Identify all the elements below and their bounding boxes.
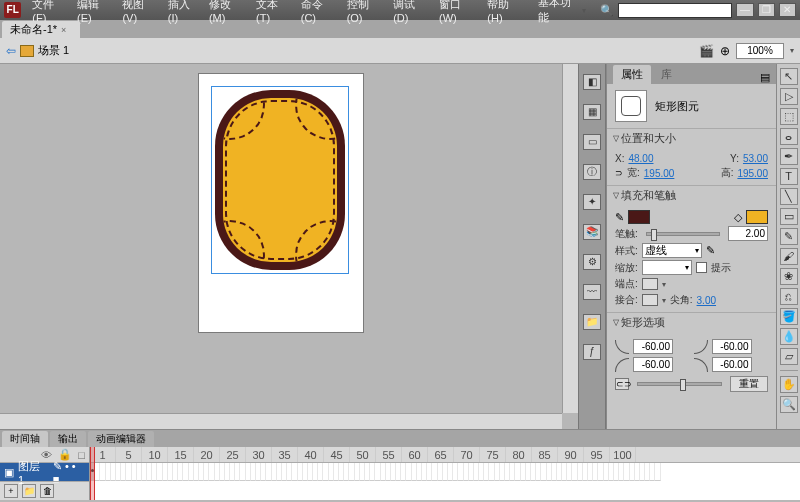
join-combo[interactable]	[642, 294, 658, 306]
menu-window[interactable]: 窗口(W)	[434, 0, 482, 24]
miter-value[interactable]: 3.00	[697, 295, 716, 306]
lasso-tool[interactable]: ⴰ	[780, 128, 798, 145]
dock-motion-icon[interactable]: 〰	[583, 284, 601, 300]
edit-scene-icon[interactable]: 🎬	[699, 44, 714, 58]
search-input[interactable]	[618, 3, 732, 18]
dock-library-icon[interactable]: 📚	[583, 224, 601, 240]
hand-tool[interactable]: ✋	[780, 376, 798, 393]
stroke-weight-label: 笔触:	[615, 227, 638, 241]
pen-tool[interactable]: ✒	[780, 148, 798, 165]
style-combo[interactable]: 虚线▾	[642, 243, 702, 258]
menu-view[interactable]: 视图(V)	[117, 0, 162, 24]
free-transform-tool[interactable]: ⬚	[780, 108, 798, 125]
tab-library[interactable]: 库	[653, 65, 680, 84]
frame-ruler[interactable]: 1510152025303540455055606570758085909510…	[90, 447, 800, 463]
restore-button[interactable]: ❐	[758, 3, 775, 17]
back-arrow-icon[interactable]: ⇦	[6, 44, 16, 58]
width-value[interactable]: 195.00	[644, 168, 675, 179]
corner-slider[interactable]	[637, 382, 722, 386]
menu-debug[interactable]: 调试(D)	[388, 0, 434, 24]
menu-insert[interactable]: 插入(I)	[163, 0, 204, 24]
dock-color-icon[interactable]: ◧	[583, 74, 601, 90]
dock-project-icon[interactable]: 📁	[583, 314, 601, 330]
dock-info-icon[interactable]: ⓘ	[583, 164, 601, 180]
reset-button[interactable]: 重置	[730, 376, 768, 392]
new-layer-button[interactable]: +	[4, 484, 18, 498]
selection-tool[interactable]: ↖	[780, 68, 798, 85]
section-fill-stroke[interactable]: ▽填充和笔触	[607, 186, 776, 205]
playhead[interactable]	[90, 447, 95, 500]
menu-text[interactable]: 文本(T)	[251, 0, 296, 24]
deco-tool[interactable]: ❀	[780, 268, 798, 285]
line-tool[interactable]: ╲	[780, 188, 798, 205]
workspace-selector[interactable]: 基本功能▾	[528, 0, 596, 25]
paint-bucket-tool[interactable]: 🪣	[780, 308, 798, 325]
corner-tl-value[interactable]: -60.00	[633, 339, 673, 354]
tab-properties[interactable]: 属性	[613, 65, 651, 84]
pencil-tool[interactable]: ✎	[780, 228, 798, 245]
menu-file[interactable]: 文件(F)	[27, 0, 72, 24]
menu-edit[interactable]: 编辑(E)	[72, 0, 117, 24]
dock-components-icon[interactable]: ⚙	[583, 254, 601, 270]
stage[interactable]	[199, 74, 363, 332]
corner-bl-value[interactable]: -60.00	[633, 357, 673, 372]
tab-output[interactable]: 输出	[50, 431, 86, 447]
eyedropper-tool[interactable]: 💧	[780, 328, 798, 345]
x-value[interactable]: 48.00	[628, 153, 653, 164]
dock-transform-icon[interactable]: ✦	[583, 194, 601, 210]
symbol-icon[interactable]: ⊕	[720, 44, 730, 58]
menu-control[interactable]: 控制(O)	[342, 0, 389, 24]
drawn-shape[interactable]	[215, 90, 345, 270]
menu-help[interactable]: 帮助(H)	[482, 0, 528, 24]
cap-label: 端点:	[615, 277, 638, 291]
tool-separator	[780, 370, 798, 371]
dock-actions-icon[interactable]: ƒ	[583, 344, 601, 360]
tools-panel: ↖ ▷ ⬚ ⴰ ✒ T ╲ ▭ ✎ 🖌 ❀ ⎌ 🪣 💧 ▱ ✋ 🔍	[776, 64, 800, 429]
vertical-scrollbar[interactable]	[562, 64, 578, 413]
brush-tool[interactable]: 🖌	[780, 248, 798, 265]
section-position[interactable]: ▽位置和大小	[607, 129, 776, 148]
canvas-area[interactable]	[0, 64, 562, 413]
dock-align-icon[interactable]: ▭	[583, 134, 601, 150]
y-value[interactable]: 53.00	[743, 153, 768, 164]
stroke-color-swatch[interactable]	[628, 210, 650, 224]
bone-tool[interactable]: ⎌	[780, 288, 798, 305]
rectangle-tool[interactable]: ▭	[780, 208, 798, 225]
section-rect-options[interactable]: ▽矩形选项	[607, 313, 776, 332]
minimize-button[interactable]: —	[736, 3, 753, 17]
panel-menu-icon[interactable]: ▤	[754, 71, 776, 84]
scale-combo[interactable]: ▾	[642, 260, 692, 275]
tab-timeline[interactable]: 时间轴	[2, 431, 48, 447]
frames-column[interactable]: 1510152025303540455055606570758085909510…	[90, 447, 800, 500]
horizontal-scrollbar[interactable]	[0, 413, 562, 429]
subselection-tool[interactable]: ▷	[780, 88, 798, 105]
zoom-tool[interactable]: 🔍	[780, 396, 798, 413]
eraser-tool[interactable]: ▱	[780, 348, 798, 365]
menu-commands[interactable]: 命令(C)	[296, 0, 342, 24]
height-value[interactable]: 195.00	[737, 168, 768, 179]
cap-combo[interactable]	[642, 278, 658, 290]
document-tab[interactable]: 未命名-1*×	[2, 21, 80, 38]
stroke-weight-slider[interactable]	[646, 232, 720, 236]
layer-row[interactable]: ▣ 图层 1 ✎ • • ■	[0, 463, 89, 481]
menu-modify[interactable]: 修改(M)	[204, 0, 251, 24]
fill-color-swatch[interactable]	[746, 210, 768, 224]
dock-swatches-icon[interactable]: ▦	[583, 104, 601, 120]
stage-wrap	[0, 64, 578, 429]
lock-aspect-icon[interactable]: ⊃	[615, 168, 623, 178]
text-tool[interactable]: T	[780, 168, 798, 185]
close-button[interactable]: ✕	[779, 3, 796, 17]
stroke-weight-value[interactable]: 2.00	[728, 226, 768, 241]
close-tab-icon[interactable]: ×	[61, 25, 66, 35]
tab-motion-editor[interactable]: 动画编辑器	[88, 431, 154, 447]
link-corners-icon[interactable]: ⊂⊃	[615, 378, 629, 390]
edit-style-icon[interactable]: ✎	[706, 244, 715, 257]
delete-layer-button[interactable]: 🗑	[40, 484, 54, 498]
hinting-checkbox[interactable]	[696, 262, 707, 273]
corner-br-value[interactable]: -60.00	[712, 357, 752, 372]
zoom-input[interactable]: 100%	[736, 43, 784, 59]
corner-tr-value[interactable]: -60.00	[712, 339, 752, 354]
zoom-dropdown-icon[interactable]: ▾	[790, 46, 794, 55]
fill-icon: ◇	[734, 211, 742, 224]
new-folder-button[interactable]: 📁	[22, 484, 36, 498]
